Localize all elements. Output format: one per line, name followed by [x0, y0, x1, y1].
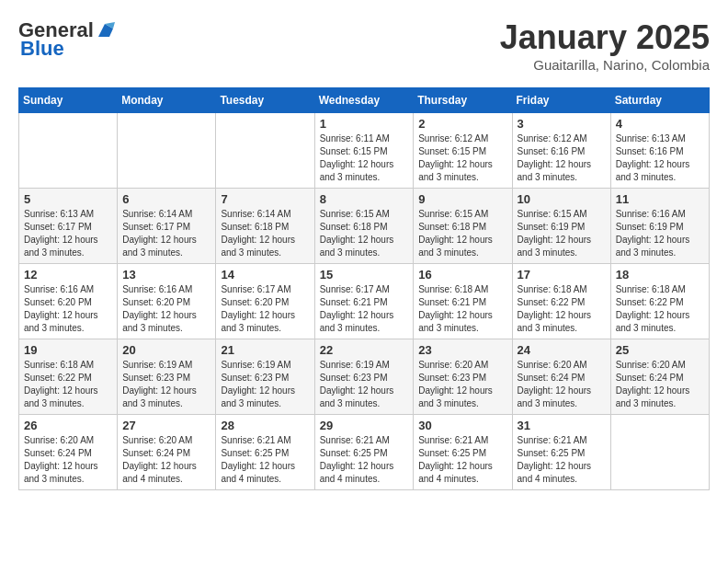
cell-content: Sunrise: 6:13 AM Sunset: 6:16 PM Dayligh… [616, 132, 704, 184]
weekday-header-tuesday: Tuesday [216, 88, 314, 113]
calendar-cell: 25Sunrise: 6:20 AM Sunset: 6:24 PM Dayli… [610, 339, 709, 415]
day-number: 10 [518, 192, 606, 206]
calendar-cell: 9Sunrise: 6:15 AM Sunset: 6:18 PM Daylig… [414, 189, 512, 264]
day-number: 19 [24, 343, 112, 357]
calendar-cell: 26Sunrise: 6:20 AM Sunset: 6:24 PM Dayli… [19, 415, 118, 490]
calendar-cell [19, 113, 118, 189]
calendar-week-5: 26Sunrise: 6:20 AM Sunset: 6:24 PM Dayli… [19, 415, 710, 490]
calendar-week-2: 5Sunrise: 6:13 AM Sunset: 6:17 PM Daylig… [19, 189, 710, 264]
day-number: 13 [122, 268, 210, 282]
cell-content: Sunrise: 6:15 AM Sunset: 6:18 PM Dayligh… [418, 208, 506, 259]
cell-content: Sunrise: 6:16 AM Sunset: 6:20 PM Dayligh… [122, 283, 210, 335]
calendar-cell: 8Sunrise: 6:15 AM Sunset: 6:18 PM Daylig… [314, 189, 414, 264]
cell-content: Sunrise: 6:17 AM Sunset: 6:21 PM Dayligh… [320, 283, 409, 335]
calendar-cell: 6Sunrise: 6:14 AM Sunset: 6:17 PM Daylig… [118, 189, 216, 264]
calendar-cell: 22Sunrise: 6:19 AM Sunset: 6:23 PM Dayli… [314, 339, 414, 415]
day-number: 14 [221, 268, 309, 282]
calendar-cell: 19Sunrise: 6:18 AM Sunset: 6:22 PM Dayli… [19, 339, 118, 415]
cell-content: Sunrise: 6:21 AM Sunset: 6:25 PM Dayligh… [518, 434, 606, 486]
calendar-cell: 16Sunrise: 6:18 AM Sunset: 6:21 PM Dayli… [414, 264, 512, 339]
day-number: 30 [418, 419, 506, 432]
calendar-cell: 10Sunrise: 6:15 AM Sunset: 6:19 PM Dayli… [512, 189, 610, 264]
cell-content: Sunrise: 6:18 AM Sunset: 6:22 PM Dayligh… [518, 283, 606, 335]
day-number: 17 [518, 268, 606, 282]
cell-content: Sunrise: 6:19 AM Sunset: 6:23 PM Dayligh… [122, 359, 210, 410]
day-number: 11 [616, 192, 704, 206]
day-number: 24 [518, 343, 606, 357]
day-number: 8 [320, 192, 409, 206]
day-number: 18 [616, 268, 704, 282]
day-number: 2 [418, 117, 506, 131]
cell-content: Sunrise: 6:20 AM Sunset: 6:23 PM Dayligh… [418, 359, 506, 410]
day-number: 5 [24, 192, 112, 206]
day-number: 29 [320, 419, 409, 432]
cell-content: Sunrise: 6:20 AM Sunset: 6:24 PM Dayligh… [616, 359, 704, 410]
day-number: 20 [122, 343, 210, 357]
cell-content: Sunrise: 6:19 AM Sunset: 6:23 PM Dayligh… [221, 359, 309, 410]
weekday-header-saturday: Saturday [610, 88, 709, 113]
day-number: 22 [320, 343, 409, 357]
calendar-cell [118, 113, 216, 189]
cell-content: Sunrise: 6:18 AM Sunset: 6:21 PM Dayligh… [418, 283, 506, 335]
calendar-cell: 24Sunrise: 6:20 AM Sunset: 6:24 PM Dayli… [512, 339, 610, 415]
cell-content: Sunrise: 6:16 AM Sunset: 6:20 PM Dayligh… [24, 283, 112, 335]
location-title: Guaitarilla, Narino, Colombia [500, 57, 710, 73]
cell-content: Sunrise: 6:20 AM Sunset: 6:24 PM Dayligh… [24, 434, 112, 486]
day-number: 25 [616, 343, 704, 357]
title-area: January 2025 Guaitarilla, Narino, Colomb… [500, 18, 710, 73]
cell-content: Sunrise: 6:18 AM Sunset: 6:22 PM Dayligh… [24, 359, 112, 410]
cell-content: Sunrise: 6:21 AM Sunset: 6:25 PM Dayligh… [221, 434, 309, 486]
day-number: 31 [518, 419, 606, 432]
cell-content: Sunrise: 6:15 AM Sunset: 6:18 PM Dayligh… [320, 208, 409, 259]
cell-content: Sunrise: 6:12 AM Sunset: 6:15 PM Dayligh… [418, 132, 506, 184]
day-number: 6 [122, 192, 210, 206]
calendar-week-4: 19Sunrise: 6:18 AM Sunset: 6:22 PM Dayli… [19, 339, 710, 415]
cell-content: Sunrise: 6:17 AM Sunset: 6:20 PM Dayligh… [221, 283, 309, 335]
logo: General Blue [18, 18, 115, 61]
weekday-header-sunday: Sunday [19, 88, 118, 113]
logo-bird-icon [95, 20, 115, 40]
calendar-cell: 11Sunrise: 6:16 AM Sunset: 6:19 PM Dayli… [610, 189, 709, 264]
weekday-header-row: SundayMondayTuesdayWednesdayThursdayFrid… [19, 88, 710, 113]
day-number: 12 [24, 268, 112, 282]
cell-content: Sunrise: 6:15 AM Sunset: 6:19 PM Dayligh… [518, 208, 606, 259]
calendar-cell: 5Sunrise: 6:13 AM Sunset: 6:17 PM Daylig… [19, 189, 118, 264]
calendar-cell: 14Sunrise: 6:17 AM Sunset: 6:20 PM Dayli… [216, 264, 314, 339]
calendar-cell [216, 113, 314, 189]
calendar-week-1: 1Sunrise: 6:11 AM Sunset: 6:15 PM Daylig… [19, 113, 710, 189]
weekday-header-thursday: Thursday [414, 88, 512, 113]
calendar-week-3: 12Sunrise: 6:16 AM Sunset: 6:20 PM Dayli… [19, 264, 710, 339]
cell-content: Sunrise: 6:16 AM Sunset: 6:19 PM Dayligh… [616, 208, 704, 259]
cell-content: Sunrise: 6:21 AM Sunset: 6:25 PM Dayligh… [418, 434, 506, 486]
cell-content: Sunrise: 6:14 AM Sunset: 6:18 PM Dayligh… [221, 208, 309, 259]
calendar-cell: 1Sunrise: 6:11 AM Sunset: 6:15 PM Daylig… [314, 113, 414, 189]
cell-content: Sunrise: 6:19 AM Sunset: 6:23 PM Dayligh… [320, 359, 409, 410]
day-number: 15 [320, 268, 409, 282]
cell-content: Sunrise: 6:14 AM Sunset: 6:17 PM Dayligh… [122, 208, 210, 259]
cell-content: Sunrise: 6:11 AM Sunset: 6:15 PM Dayligh… [320, 132, 409, 184]
month-title: January 2025 [500, 18, 710, 57]
cell-content: Sunrise: 6:18 AM Sunset: 6:22 PM Dayligh… [616, 283, 704, 335]
day-number: 9 [418, 192, 506, 206]
calendar-cell [610, 415, 709, 490]
day-number: 1 [320, 117, 409, 131]
day-number: 7 [221, 192, 309, 206]
calendar-cell: 20Sunrise: 6:19 AM Sunset: 6:23 PM Dayli… [118, 339, 216, 415]
calendar-cell: 28Sunrise: 6:21 AM Sunset: 6:25 PM Dayli… [216, 415, 314, 490]
day-number: 27 [122, 419, 210, 432]
calendar-cell: 12Sunrise: 6:16 AM Sunset: 6:20 PM Dayli… [19, 264, 118, 339]
day-number: 28 [221, 419, 309, 432]
day-number: 4 [616, 117, 704, 131]
day-number: 3 [518, 117, 606, 131]
day-number: 21 [221, 343, 309, 357]
cell-content: Sunrise: 6:20 AM Sunset: 6:24 PM Dayligh… [518, 359, 606, 410]
day-number: 26 [24, 419, 112, 432]
day-number: 23 [418, 343, 506, 357]
cell-content: Sunrise: 6:20 AM Sunset: 6:24 PM Dayligh… [122, 434, 210, 486]
calendar-cell: 13Sunrise: 6:16 AM Sunset: 6:20 PM Dayli… [118, 264, 216, 339]
weekday-header-wednesday: Wednesday [314, 88, 414, 113]
calendar: SundayMondayTuesdayWednesdayThursdayFrid… [18, 87, 710, 490]
calendar-cell: 30Sunrise: 6:21 AM Sunset: 6:25 PM Dayli… [414, 415, 512, 490]
calendar-cell: 4Sunrise: 6:13 AM Sunset: 6:16 PM Daylig… [610, 113, 709, 189]
cell-content: Sunrise: 6:21 AM Sunset: 6:25 PM Dayligh… [320, 434, 409, 486]
